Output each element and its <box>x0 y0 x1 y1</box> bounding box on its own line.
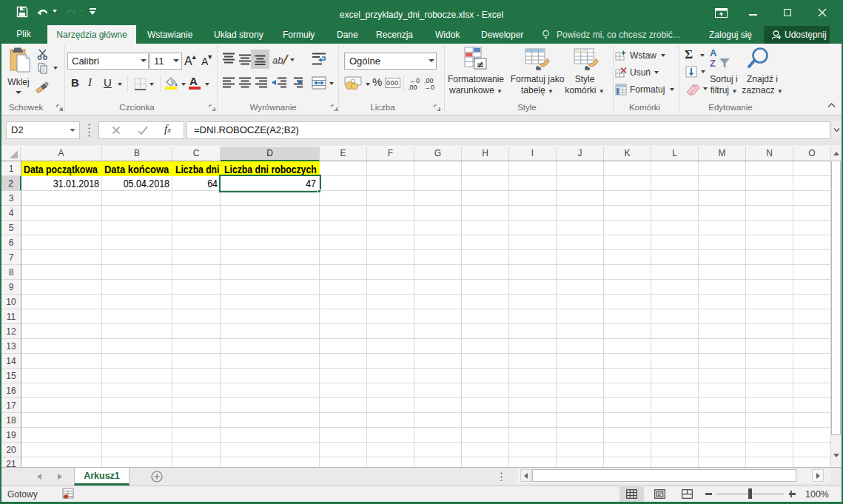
svg-text:,00: ,00 <box>408 84 417 90</box>
svg-text:A: A <box>710 47 717 58</box>
svg-text:→0: →0 <box>424 84 434 90</box>
svg-text:Z: Z <box>710 58 716 69</box>
svg-text:ab: ab <box>272 55 283 66</box>
